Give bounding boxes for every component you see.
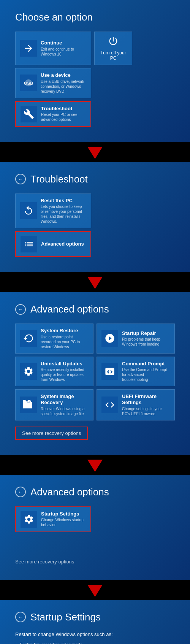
arrow-1 — [0, 144, 190, 162]
use-device-desc: Use a USB drive, network connection, or … — [41, 79, 86, 94]
system-restore-desc: Use a restore point recorded on your PC … — [41, 335, 89, 349]
uninstall-updates-label: Uninstall Updates — [41, 361, 89, 367]
uefi-icon — [101, 397, 118, 413]
screen1-top-row: Continue Exit and continue to Windows 10… — [15, 32, 175, 65]
use-device-label: Use a device — [41, 72, 86, 78]
startup-repair-tile[interactable]: Startup Repair Fix problems that keep Wi… — [97, 324, 175, 354]
tools-icon — [21, 106, 37, 122]
restore-icon — [20, 330, 37, 347]
system-image-label: System Image Recovery — [41, 393, 89, 405]
startup-subtitle: Restart to change Windows options such a… — [15, 631, 175, 637]
turn-off-label: Turn off your PC — [100, 50, 127, 61]
arrow-4 — [0, 582, 190, 600]
arrow-icon — [20, 40, 37, 57]
system-image-desc: Recover Windows using a specific system … — [41, 406, 89, 416]
gear-icon-3 — [20, 363, 37, 380]
command-prompt-tile[interactable]: Command Prompt Use the Command Prompt fo… — [97, 357, 175, 387]
screen-advanced-options-2: ← Advanced options Startup Settings Chan… — [0, 475, 190, 582]
cmd-icon — [101, 363, 118, 380]
back-arrow-3[interactable]: ← — [15, 304, 26, 315]
reset-icon — [20, 202, 37, 219]
uefi-label: UEFI Firmware Settings — [122, 393, 170, 405]
startup-repair-desc: Fix problems that keep Windows from load… — [122, 337, 170, 347]
screen-startup-settings: ← Startup Settings Restart to change Win… — [0, 600, 190, 644]
screen3-title: ← Advanced options — [15, 303, 175, 315]
command-prompt-desc: Use the Command Prompt for advanced trou… — [122, 367, 170, 382]
system-restore-label: System Restore — [41, 328, 89, 334]
use-device-tile[interactable]: USB Use a device Use a USB drive, networ… — [15, 68, 91, 98]
screen4-title: ← Advanced options — [15, 486, 175, 498]
usb-icon: USB — [20, 75, 37, 91]
turn-off-tile[interactable]: Turn off your PC — [94, 32, 132, 65]
reset-pc-tile[interactable]: Reset this PC Lets you choose to keep or… — [15, 194, 91, 228]
reset-pc-desc: Lets you choose to keep or remove your p… — [41, 204, 86, 224]
arrow-3 — [0, 457, 190, 475]
uefi-desc: Change settings in your PC's UEFI firmwa… — [122, 406, 170, 416]
uefi-tile[interactable]: UEFI Firmware Settings Change settings i… — [97, 389, 175, 420]
continue-label: Continue — [41, 40, 86, 46]
uninstall-updates-tile[interactable]: Uninstall Updates Remove recently instal… — [15, 357, 93, 387]
screen2-title: ← Troubleshoot — [15, 173, 175, 185]
startup-settings-tile[interactable]: Startup Settings Change Windows startup … — [15, 506, 91, 532]
system-restore-tile[interactable]: System Restore Use a restore point recor… — [15, 324, 93, 354]
back-arrow-5[interactable]: ← — [15, 612, 26, 622]
reset-pc-label: Reset this PC — [41, 198, 86, 204]
startup-settings-desc: Change Windows startup behavior — [41, 517, 86, 527]
advanced-options-tile[interactable]: Advanced options — [15, 231, 91, 257]
uninstall-updates-desc: Remove recently installed quality or fea… — [41, 367, 89, 382]
command-prompt-label: Command Prompt — [122, 361, 170, 367]
startup-options-list: Enable low-resolution video mode Enable … — [15, 641, 175, 644]
see-more-link-3[interactable]: See more recovery options — [15, 427, 88, 440]
screen-choose-option: Choose an option Continue Exit and conti… — [0, 0, 190, 144]
continue-desc: Exit and continue to Windows 10 — [41, 47, 86, 57]
power-icon — [108, 36, 119, 49]
troubleshoot-tile[interactable]: Troubleshoot Reset your PC or see advanc… — [15, 101, 91, 127]
screen-troubleshoot: ← Troubleshoot Reset this PC Lets you ch… — [0, 162, 190, 274]
screen5-title: ← Startup Settings — [15, 611, 175, 623]
see-more-link-4[interactable]: See more recovery options — [15, 559, 74, 565]
back-arrow-4[interactable]: ← — [15, 487, 26, 497]
startup-repair-icon — [101, 330, 118, 347]
arrow-2 — [0, 274, 190, 292]
svg-text:USB: USB — [24, 81, 33, 86]
disk-icon — [20, 397, 37, 413]
continue-tile[interactable]: Continue Exit and continue to Windows 10 — [15, 32, 91, 65]
advanced-options-grid: System Restore Use a restore point recor… — [15, 324, 175, 420]
startup-settings-label: Startup Settings — [41, 511, 86, 517]
screen1-title: Choose an option — [15, 11, 175, 23]
troubleshoot-label: Troubleshoot — [41, 106, 86, 112]
startup-repair-label: Startup Repair — [122, 330, 170, 336]
screen-advanced-options: ← Advanced options System Restore Use a … — [0, 292, 190, 456]
list-icon — [21, 236, 37, 252]
troubleshoot-desc: Reset your PC or see advanced options — [41, 112, 86, 122]
startup-option-1: Enable low-resolution video mode — [15, 641, 175, 644]
gear-icon-4 — [21, 511, 37, 528]
system-image-tile[interactable]: System Image Recovery Recover Windows us… — [15, 389, 93, 420]
advanced-options-label: Advanced options — [41, 241, 84, 247]
back-arrow-2[interactable]: ← — [15, 174, 26, 184]
